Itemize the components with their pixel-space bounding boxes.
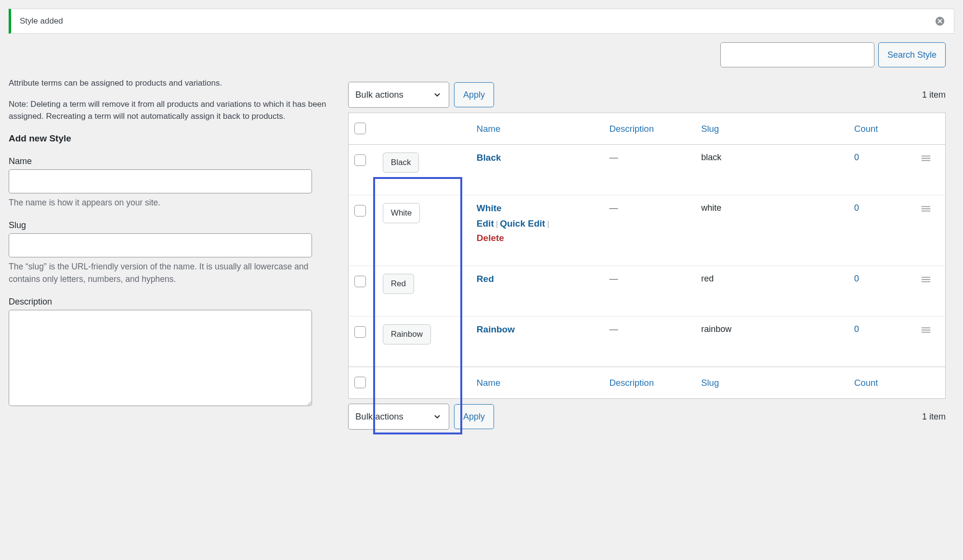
row-checkbox[interactable] <box>354 205 366 216</box>
slug-label: Slug <box>9 220 329 230</box>
delete-link[interactable]: Delete <box>477 233 598 243</box>
apply-button-bottom[interactable]: Apply <box>454 404 494 429</box>
header-name[interactable]: Name <box>471 113 604 145</box>
slug-value: white <box>695 195 848 266</box>
drag-handle-icon[interactable] <box>921 276 931 283</box>
term-name-link[interactable]: Red <box>477 274 494 284</box>
drag-handle-icon[interactable] <box>921 154 931 162</box>
chevron-down-icon <box>432 412 442 421</box>
notice-text: Style added <box>20 16 63 26</box>
header-count[interactable]: Count <box>848 113 915 145</box>
term-name-link[interactable]: Rainbow <box>477 324 515 334</box>
drag-handle-icon[interactable] <box>921 205 931 213</box>
header-slug[interactable]: Slug <box>695 113 848 145</box>
slug-value: black <box>695 145 848 195</box>
chevron-down-icon <box>432 90 442 100</box>
select-all-checkbox-bottom[interactable] <box>354 377 366 388</box>
count-link[interactable]: 0 <box>854 203 859 213</box>
header-description[interactable]: Description <box>603 113 695 145</box>
count-link[interactable]: 0 <box>854 153 859 163</box>
term-name-link[interactable]: White <box>477 203 502 213</box>
footer-slug[interactable]: Slug <box>695 367 848 399</box>
name-label: Name <box>9 156 329 166</box>
count-link[interactable]: 0 <box>854 324 859 334</box>
swatch-button[interactable]: Rainbow <box>383 324 431 344</box>
row-checkbox[interactable] <box>354 276 366 287</box>
close-icon[interactable] <box>935 16 945 26</box>
quick-edit-link[interactable]: Quick Edit <box>500 218 545 229</box>
name-input[interactable] <box>9 169 312 193</box>
slug-value: rainbow <box>695 317 848 367</box>
table-row: RedRedEdit|Quick Edit|Delete—red0 <box>349 266 946 317</box>
edit-link[interactable]: Edit <box>477 218 494 229</box>
form-heading: Add new Style <box>9 133 329 144</box>
description-value: — <box>609 324 618 334</box>
item-count: 1 item <box>922 90 946 100</box>
term-name-link[interactable]: Black <box>477 153 501 163</box>
footer-description[interactable]: Description <box>603 367 695 399</box>
table-row: BlackBlackEdit|Quick Edit|Delete—black0 <box>349 145 946 195</box>
select-all-checkbox-top[interactable] <box>354 123 366 134</box>
apply-button[interactable]: Apply <box>454 82 494 107</box>
footer-name[interactable]: Name <box>471 367 604 399</box>
table-row: WhiteWhiteEdit|Quick Edit|Delete—white0 <box>349 195 946 266</box>
name-help-text: The name is how it appears on your site. <box>9 196 329 209</box>
description-value: — <box>609 203 618 213</box>
slug-input[interactable] <box>9 233 312 257</box>
intro-text: Attribute terms can be assigned to produ… <box>9 77 329 123</box>
description-value: — <box>609 153 618 162</box>
drag-handle-icon[interactable] <box>921 326 931 334</box>
slug-value: red <box>695 266 848 317</box>
swatch-button[interactable]: Red <box>383 274 414 294</box>
bulk-actions-select-bottom[interactable]: Bulk actions <box>348 404 449 430</box>
count-link[interactable]: 0 <box>854 274 859 284</box>
terms-table: Name Description Slug Count BlackBlackEd… <box>348 113 946 399</box>
notice-success: Style added <box>9 9 954 34</box>
footer-count[interactable]: Count <box>848 367 915 399</box>
description-textarea[interactable] <box>9 310 312 406</box>
item-count-bottom: 1 item <box>922 412 946 422</box>
row-actions: Edit|Quick Edit|Delete <box>477 218 598 243</box>
bulk-actions-select[interactable]: Bulk actions <box>348 82 449 108</box>
slug-help-text: The “slug” is the URL-friendly version o… <box>9 260 329 286</box>
description-value: — <box>609 274 618 283</box>
row-checkbox[interactable] <box>354 154 366 166</box>
search-button[interactable]: Search Style <box>878 42 946 67</box>
swatch-button[interactable]: Black <box>383 153 419 173</box>
swatch-button[interactable]: White <box>383 203 420 223</box>
row-checkbox[interactable] <box>354 326 366 338</box>
search-input[interactable] <box>720 42 874 67</box>
description-label: Description <box>9 297 329 307</box>
table-row: RainbowRainbowEdit|Quick Edit|Delete—rai… <box>349 317 946 367</box>
